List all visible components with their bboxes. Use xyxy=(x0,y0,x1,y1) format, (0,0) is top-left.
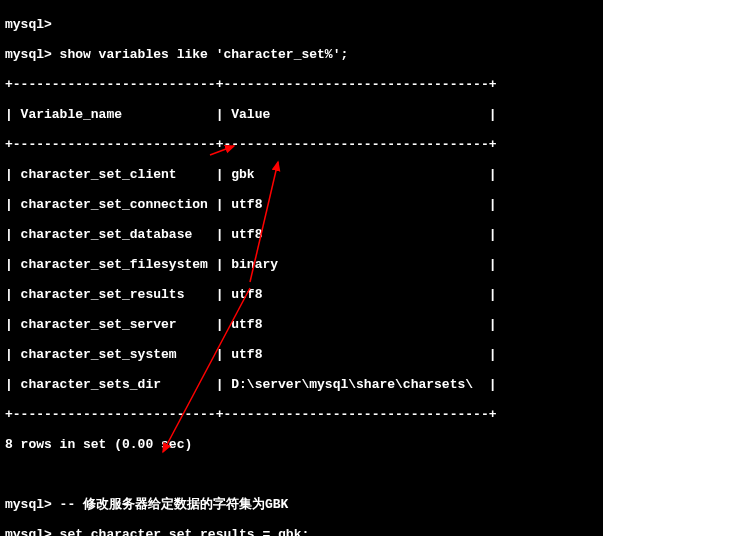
annotation-arrow-icon xyxy=(163,288,250,452)
table1-row-results: | character_set_results | utf8 | xyxy=(5,287,496,302)
comment-line: mysql> -- 修改服务器给定数据的字符集为GBK xyxy=(5,497,288,512)
command-set-results: mysql> set character_set_results = gbk; xyxy=(5,527,309,542)
table1-row: | character_set_database | utf8 | xyxy=(5,227,496,242)
command-show-vars-1: mysql> show variables like 'character_se… xyxy=(5,47,348,62)
terminal-window[interactable]: mysql> mysql> show variables like 'chara… xyxy=(0,0,603,536)
table1-border-top: +--------------------------+------------… xyxy=(5,77,496,92)
table1-border-bottom: +--------------------------+------------… xyxy=(5,407,496,422)
table1-row: | character_set_system | utf8 | xyxy=(5,347,496,362)
table1-row: | character_set_connection | utf8 | xyxy=(5,197,496,212)
table1-row: | character_sets_dir | D:\server\mysql\s… xyxy=(5,377,496,392)
table1-row: | character_set_server | utf8 | xyxy=(5,317,496,332)
prompt-line: mysql> xyxy=(5,17,52,32)
table1-border-mid: +--------------------------+------------… xyxy=(5,137,496,152)
table1-header: | Variable_name | Value | xyxy=(5,107,496,122)
table1-row: | character_set_client | gbk | xyxy=(5,167,496,182)
table1-row: | character_set_filesystem | binary | xyxy=(5,257,496,272)
rows-in-set-1: 8 rows in set (0.00 sec) xyxy=(5,437,192,452)
